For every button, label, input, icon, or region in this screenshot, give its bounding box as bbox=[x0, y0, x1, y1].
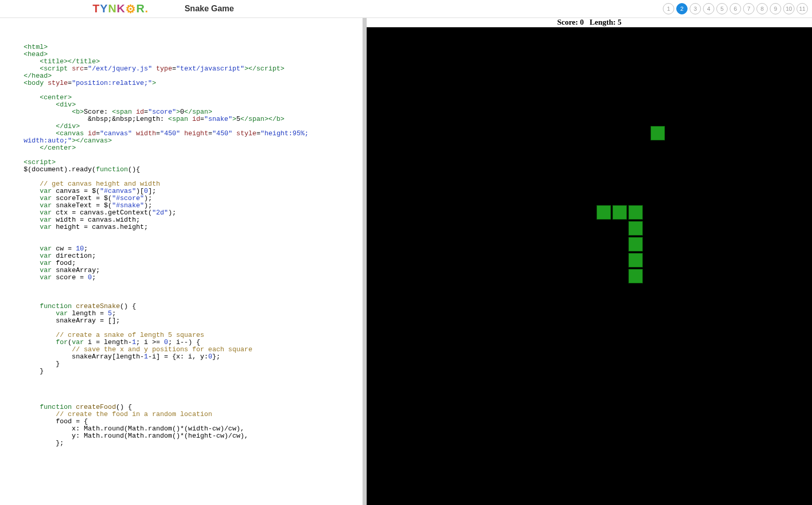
snake-cell bbox=[628, 237, 643, 251]
header: TYNK⚙R. Snake Game 1234567891011 bbox=[0, 0, 812, 18]
step-2[interactable]: 2 bbox=[676, 3, 688, 14]
page-title: Snake Game bbox=[185, 4, 234, 13]
code-editor[interactable]: <html> <head> <title></title> <script sr… bbox=[0, 18, 363, 447]
snake-cell bbox=[597, 205, 611, 220]
food-cell bbox=[651, 126, 665, 140]
snake-cell bbox=[628, 221, 643, 236]
game-stats: Score: 0 Length: 5 bbox=[557, 18, 621, 27]
main-content: <html> <head> <title></title> <script sr… bbox=[0, 18, 812, 505]
step-9[interactable]: 9 bbox=[770, 3, 781, 14]
score-label: Score: bbox=[557, 18, 578, 26]
snake-cell bbox=[628, 253, 643, 267]
step-8[interactable]: 8 bbox=[756, 3, 768, 14]
logo[interactable]: TYNK⚙R. bbox=[93, 2, 149, 15]
snake-cell bbox=[612, 205, 627, 220]
step-4[interactable]: 4 bbox=[703, 3, 714, 14]
step-5[interactable]: 5 bbox=[716, 3, 728, 14]
length-value: 5 bbox=[618, 18, 622, 26]
step-6[interactable]: 6 bbox=[730, 3, 741, 14]
snake-cell bbox=[628, 269, 643, 283]
step-11[interactable]: 11 bbox=[797, 3, 808, 14]
snake-cell bbox=[628, 205, 643, 220]
length-label: Length: bbox=[589, 18, 616, 26]
step-3[interactable]: 3 bbox=[690, 3, 701, 14]
game-canvas[interactable] bbox=[367, 27, 812, 505]
step-1[interactable]: 1 bbox=[663, 3, 674, 14]
pane-divider[interactable] bbox=[363, 18, 367, 505]
step-7[interactable]: 7 bbox=[743, 3, 754, 14]
step-nav: 1234567891011 bbox=[663, 3, 808, 14]
preview-pane: Score: 0 Length: 5 bbox=[367, 18, 812, 505]
step-10[interactable]: 10 bbox=[783, 3, 795, 14]
code-editor-pane[interactable]: <html> <head> <title></title> <script sr… bbox=[0, 18, 363, 505]
score-value: 0 bbox=[580, 18, 584, 26]
